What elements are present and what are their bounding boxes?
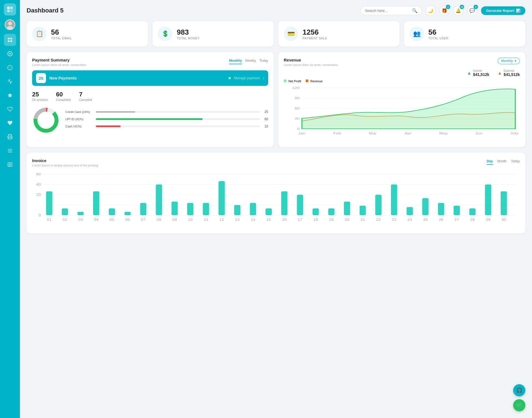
sidebar-item-menu[interactable] bbox=[4, 145, 16, 157]
stat-card-email: 📋 56 TOTAL EMAIL bbox=[27, 21, 148, 47]
svg-text:24: 24 bbox=[407, 218, 412, 221]
svg-text:23: 23 bbox=[392, 218, 397, 221]
svg-rect-91 bbox=[344, 202, 350, 215]
content-row: Payment Summary Lorem ipsum dolor sit am… bbox=[27, 52, 525, 147]
sidebar-item-heart-filled[interactable] bbox=[4, 117, 16, 129]
svg-rect-67 bbox=[156, 184, 162, 215]
income-expense: ▲ Income $41,512k ▲ Expense $41,512k bbox=[284, 69, 520, 77]
revenue-subtitle: Lorem ipsum dolor sit amet, consectetur bbox=[284, 63, 338, 66]
svg-rect-103 bbox=[438, 203, 444, 215]
money-value: 983 bbox=[177, 28, 200, 37]
svg-text:90: 90 bbox=[295, 97, 300, 100]
payment-icon: 💳 bbox=[284, 27, 298, 41]
generate-report-button[interactable]: Generate Report 📊 bbox=[481, 6, 525, 15]
main-content: Dashboard 5 🔍 🌙 🎁 2 🔔 12 💬 5 Generate Re… bbox=[20, 0, 532, 418]
avatar[interactable] bbox=[5, 19, 15, 30]
svg-rect-65 bbox=[140, 203, 147, 215]
payment-summary-card: Payment Summary Lorem ipsum dolor sit am… bbox=[27, 52, 274, 147]
tab-weekly[interactable]: Weekly bbox=[245, 58, 256, 64]
headset-fab[interactable]: 🎧 bbox=[513, 384, 525, 396]
stat-card-money: 💲 983 TOTAL MONEY bbox=[152, 21, 274, 47]
revenue-chart: 120 90 60 30 0 Jan Feb Mar Apr May Jun bbox=[284, 85, 520, 142]
bell-badge: 12 bbox=[460, 5, 464, 9]
stat-card-payment: 💳 1256 PAYMENT SALE bbox=[278, 21, 400, 47]
gift-btn[interactable]: 🎁 2 bbox=[439, 6, 449, 16]
new-payments-count: 25 bbox=[36, 73, 46, 83]
svg-rect-89 bbox=[328, 208, 335, 215]
sidebar-item-star[interactable] bbox=[4, 89, 16, 101]
floating-buttons: 🎧 🛒 bbox=[513, 384, 525, 411]
bell-btn[interactable]: 🔔 12 bbox=[453, 6, 463, 16]
sidebar-item-chart[interactable] bbox=[4, 75, 16, 88]
new-payments-label: New Payments bbox=[49, 76, 224, 80]
svg-rect-63 bbox=[124, 212, 131, 215]
svg-text:July: July bbox=[510, 132, 518, 135]
svg-text:0: 0 bbox=[297, 127, 300, 130]
header-actions: 🔍 🌙 🎁 2 🔔 12 💬 5 Generate Report 📊 bbox=[361, 6, 525, 16]
svg-text:Jun: Jun bbox=[475, 132, 482, 135]
svg-text:01: 01 bbox=[47, 218, 52, 221]
canceled-value: 7 bbox=[79, 91, 92, 98]
chat-btn[interactable]: 💬 5 bbox=[467, 6, 477, 16]
svg-rect-0 bbox=[7, 7, 10, 9]
svg-text:28: 28 bbox=[470, 218, 475, 221]
chevron-down-icon: ▾ bbox=[515, 59, 516, 63]
canceled-label: Canceled bbox=[79, 98, 92, 101]
on-process-value: 25 bbox=[32, 91, 48, 98]
income-arrow-icon: ▲ bbox=[467, 71, 472, 76]
svg-text:Apr: Apr bbox=[405, 132, 412, 135]
dark-mode-btn[interactable]: 🌙 bbox=[426, 6, 436, 16]
payment-subtitle: Lorem ipsum dolor sit amet, consectetur bbox=[32, 63, 86, 66]
sidebar-item-heart-outline[interactable] bbox=[4, 103, 16, 115]
svg-rect-101 bbox=[422, 198, 429, 215]
svg-text:27: 27 bbox=[454, 218, 459, 221]
svg-text:13: 13 bbox=[235, 218, 240, 221]
svg-rect-77 bbox=[234, 205, 241, 215]
svg-rect-93 bbox=[360, 206, 366, 215]
user-value: 56 bbox=[428, 28, 449, 37]
svg-text:06: 06 bbox=[125, 218, 130, 221]
sidebar-item-settings[interactable] bbox=[4, 48, 16, 60]
arrow-right-icon: › bbox=[263, 76, 264, 80]
svg-text:08: 08 bbox=[157, 218, 161, 221]
stat-card-user: 👥 56 TOTAL USER bbox=[404, 21, 525, 47]
manage-payment-link[interactable]: Manage payment bbox=[234, 76, 260, 80]
svg-text:16: 16 bbox=[282, 218, 287, 221]
tab-day[interactable]: Day bbox=[487, 158, 493, 165]
svg-text:30: 30 bbox=[295, 117, 300, 120]
search-input[interactable] bbox=[365, 9, 410, 13]
sidebar-item-print[interactable] bbox=[4, 131, 16, 143]
email-label: TOTAL EMAIL bbox=[51, 37, 72, 40]
header: Dashboard 5 🔍 🌙 🎁 2 🔔 12 💬 5 Generate Re… bbox=[27, 6, 525, 16]
tab-monthly[interactable]: Monthly bbox=[229, 58, 242, 64]
svg-text:15: 15 bbox=[266, 218, 271, 221]
sidebar-item-dashboard[interactable] bbox=[4, 34, 16, 46]
tab-today[interactable]: Today bbox=[259, 58, 268, 64]
progress-credit: Credit Card (24%) 25 bbox=[65, 110, 268, 114]
svg-rect-8 bbox=[11, 38, 12, 40]
tab-month[interactable]: Month bbox=[497, 158, 507, 165]
sidebar-item-info[interactable] bbox=[4, 61, 16, 74]
completed-value: 60 bbox=[56, 91, 71, 98]
sidebar-item-list[interactable] bbox=[4, 158, 16, 171]
svg-text:60: 60 bbox=[36, 172, 41, 176]
payment-tabs: Monthly Weekly Today bbox=[229, 58, 268, 64]
revenue-monthly-btn[interactable]: Monthly ▾ bbox=[498, 58, 520, 64]
svg-text:40: 40 bbox=[36, 183, 41, 186]
progress-upi: UPI ID (41%) 60 bbox=[65, 117, 268, 121]
tab-today-invoice[interactable]: Today bbox=[511, 158, 520, 165]
svg-marker-14 bbox=[8, 93, 12, 98]
invoice-title: Invoice bbox=[32, 158, 98, 163]
gift-badge: 2 bbox=[446, 5, 450, 9]
completed-label: Completed bbox=[56, 98, 71, 101]
svg-text:120: 120 bbox=[292, 86, 300, 89]
svg-rect-83 bbox=[281, 191, 288, 215]
svg-text:20: 20 bbox=[36, 193, 41, 196]
svg-text:Feb: Feb bbox=[333, 132, 341, 135]
svg-rect-59 bbox=[93, 191, 99, 215]
svg-rect-95 bbox=[375, 195, 382, 215]
progress-cash: Cash (41%) 10 bbox=[65, 124, 268, 128]
search-box[interactable]: 🔍 bbox=[361, 6, 422, 15]
cart-fab[interactable]: 🛒 bbox=[513, 399, 525, 411]
user-label: TOTAL USER bbox=[428, 37, 449, 40]
